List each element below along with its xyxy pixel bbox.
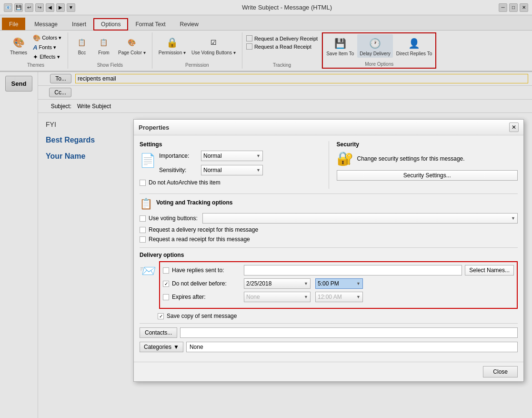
- categories-arrow-icon: ▼: [173, 344, 179, 350]
- expires-after-row: Expires after: None ▼ 12:00 AM ▼: [163, 292, 514, 302]
- voting-select-arrow: ▼: [511, 216, 515, 221]
- categories-row: Categories ▼: [140, 342, 518, 352]
- settings-section-title: Settings: [140, 141, 321, 148]
- use-voting-row: Use voting buttons: ▼: [140, 213, 518, 224]
- voting-section: 📋 Voting and Tracking options Use voting…: [140, 198, 518, 243]
- dialog-content: Settings 📄 Importance: Normal ▼ Sensitiv: [134, 135, 523, 362]
- voting-select[interactable]: ▼: [202, 213, 518, 224]
- have-replies-checkbox[interactable]: [163, 267, 169, 274]
- sensitivity-row: Sensitivity: Normal ▼: [159, 165, 263, 175]
- settings-icon: 📄: [140, 153, 156, 168]
- contacts-row: Contacts...: [140, 327, 518, 338]
- settings-security-row: Settings 📄 Importance: Normal ▼ Sensitiv: [140, 141, 518, 189]
- do-not-deliver-checkbox[interactable]: ✓: [163, 281, 169, 287]
- do-not-deliver-time-select[interactable]: 5:00 PM ▼: [315, 278, 363, 289]
- dialog-title: Properties: [139, 124, 169, 131]
- auto-archive-checkbox[interactable]: [140, 180, 146, 186]
- voting-icon: 📋: [140, 198, 152, 210]
- dialog-close-button[interactable]: ✕: [509, 122, 519, 132]
- settings-fields: Importance: Normal ▼ Sensitivity: Normal…: [159, 151, 263, 179]
- date-arrow: ▼: [304, 281, 308, 286]
- expires-after-date-select[interactable]: None ▼: [244, 292, 311, 302]
- do-not-deliver-row: ✓ Do not deliver before: 2/25/2018 ▼ 5:0…: [163, 278, 514, 289]
- security-column: Security 🔐 Change security settings for …: [329, 141, 518, 189]
- security-section: 🔐 Change security settings for this mess…: [337, 151, 518, 181]
- properties-dialog: Properties ✕ Settings 📄 Importance: Norm…: [133, 119, 524, 382]
- delivery-icon: 📨: [140, 263, 156, 279]
- have-replies-input[interactable]: [244, 265, 462, 275]
- save-copy-row: ✓ Save copy of sent message: [158, 313, 518, 319]
- importance-label: Importance:: [159, 153, 197, 159]
- delivery-section-title: Delivery options: [140, 252, 518, 258]
- security-section-title: Security: [337, 141, 518, 148]
- sensitivity-label: Sensitivity:: [159, 167, 197, 173]
- divider-1: [140, 194, 518, 194]
- auto-archive-row: Do not AutoArchive this item: [140, 179, 321, 186]
- dialog-title-bar: Properties ✕: [134, 120, 523, 135]
- importance-select[interactable]: Normal ▼: [201, 151, 263, 161]
- divider-2: [140, 247, 518, 248]
- categories-input[interactable]: [186, 342, 518, 352]
- save-copy-checkbox[interactable]: ✓: [158, 313, 164, 319]
- security-icon: 🔐: [337, 151, 353, 166]
- sensitivity-arrow: ▼: [256, 168, 261, 173]
- settings-inner: 📄 Importance: Normal ▼ Sensitivity:: [140, 151, 321, 179]
- expires-time-arrow: ▼: [356, 295, 361, 299]
- read-receipt-tracking-row: Request a read receipt for this message: [140, 236, 518, 243]
- delivery-receipt-tracking-row: Request a delivery receipt for this mess…: [140, 226, 518, 233]
- delivery-receipt-tracking-checkbox[interactable]: [140, 227, 146, 233]
- security-settings-button[interactable]: Security Settings...: [337, 170, 518, 181]
- contacts-input[interactable]: [180, 327, 518, 338]
- select-names-button[interactable]: Select Names...: [465, 265, 514, 275]
- expires-date-arrow: ▼: [304, 295, 308, 299]
- use-voting-checkbox[interactable]: [140, 215, 146, 222]
- have-replies-row: Have replies sent to: Select Names...: [163, 265, 514, 275]
- settings-column: Settings 📄 Importance: Normal ▼ Sensitiv: [140, 141, 321, 189]
- delivery-options-box: Have replies sent to: Select Names... ✓ …: [159, 261, 518, 309]
- dialog-footer: Close: [134, 362, 523, 381]
- importance-row: Importance: Normal ▼: [159, 151, 263, 161]
- security-row: 🔐 Change security settings for this mess…: [337, 151, 518, 166]
- voting-section-title: Voting and Tracking options: [156, 199, 232, 206]
- contacts-button[interactable]: Contacts...: [140, 327, 177, 338]
- close-dialog-button[interactable]: Close: [483, 366, 518, 377]
- expires-after-time-select[interactable]: 12:00 AM ▼: [315, 292, 363, 302]
- divider-3: [140, 323, 518, 324]
- sensitivity-select[interactable]: Normal ▼: [201, 165, 263, 175]
- do-not-deliver-date-select[interactable]: 2/25/2018 ▼: [244, 278, 311, 289]
- delivery-options-wrapper: 📨 Have replies sent to: Select Names... …: [140, 261, 518, 309]
- time-arrow: ▼: [356, 281, 361, 286]
- categories-button[interactable]: Categories ▼: [140, 342, 183, 352]
- importance-arrow: ▼: [256, 153, 261, 158]
- expires-after-checkbox[interactable]: [163, 294, 169, 300]
- read-receipt-tracking-checkbox[interactable]: [140, 236, 146, 243]
- voting-header: 📋 Voting and Tracking options: [140, 198, 518, 210]
